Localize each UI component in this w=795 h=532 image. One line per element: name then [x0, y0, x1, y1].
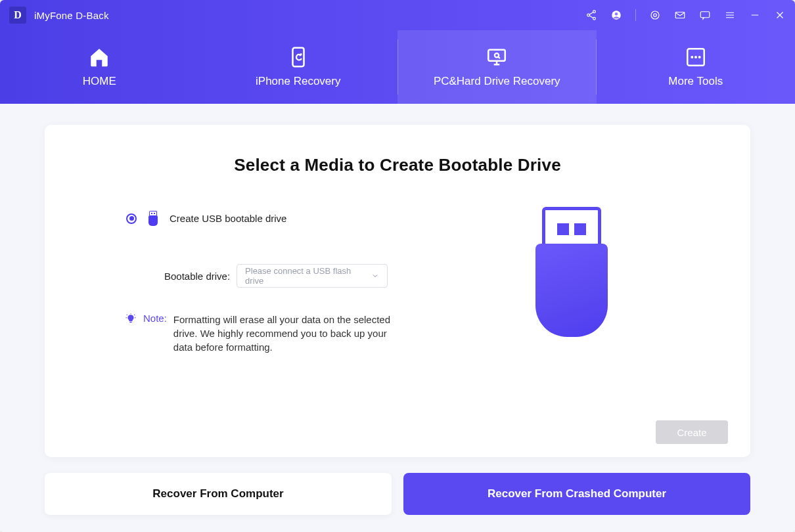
create-button[interactable]: Create [656, 420, 728, 444]
illustration-column [434, 211, 708, 444]
app-logo: D [9, 7, 26, 24]
svg-rect-9 [292, 48, 304, 66]
option-label: Create USB bootable drive [170, 213, 286, 224]
svg-rect-7 [675, 12, 685, 18]
feedback-icon[interactable] [699, 9, 711, 21]
separator [635, 9, 636, 21]
app-window: D iMyFone D-Back [0, 0, 795, 532]
title-bar-actions [585, 9, 786, 21]
phone-refresh-icon [287, 46, 309, 68]
svg-point-14 [694, 56, 697, 58]
bottom-actions: Recover From Computer Recover From Crash… [45, 473, 750, 515]
note-text: Formatting will erase all your data on t… [173, 313, 403, 354]
usb-drive-illustration [535, 207, 608, 337]
options-column: Create USB bootable drive Bootable drive… [87, 211, 434, 444]
usb-mini-icon [147, 211, 159, 226]
svg-rect-8 [700, 12, 710, 18]
note-row: Note: Formatting will erase all your dat… [125, 313, 421, 354]
svg-point-11 [495, 53, 499, 57]
bootable-drive-field: Bootable drive: Please connect a USB fla… [164, 264, 421, 288]
menu-icon[interactable] [724, 9, 736, 21]
svg-point-15 [698, 56, 700, 58]
nav-pc-recovery[interactable]: PC&Hard Drive Recovery [398, 30, 597, 104]
nav-label: iPhone Recovery [256, 75, 340, 88]
share-icon[interactable] [585, 9, 597, 21]
svg-rect-16 [129, 322, 132, 323]
nav-iphone-recovery[interactable]: iPhone Recovery [199, 30, 398, 104]
select-placeholder: Please connect a USB flash drive [245, 266, 371, 286]
nav-label: PC&Hard Drive Recovery [434, 75, 560, 88]
title-bar: D iMyFone D-Back [0, 0, 795, 30]
page-body: Select a Media to Create Bootable Drive … [0, 104, 795, 532]
svg-point-6 [654, 14, 657, 17]
svg-point-13 [691, 56, 693, 58]
app-title: iMyFone D-Back [34, 10, 109, 21]
monitor-search-icon [486, 46, 508, 68]
recover-from-crashed-computer-button[interactable]: Recover From Crashed Computer [403, 473, 750, 515]
lightbulb-icon [125, 313, 137, 325]
settings-icon[interactable] [649, 9, 661, 21]
nav-label: HOME [83, 75, 116, 88]
main-nav: HOME iPhone Recovery PC&Hard Drive Recov… [0, 30, 795, 104]
bootable-drive-card: Select a Media to Create Bootable Drive … [45, 125, 750, 457]
radio-selected-icon [126, 213, 137, 224]
chevron-down-icon [371, 272, 379, 280]
svg-point-5 [651, 11, 659, 19]
nav-home[interactable]: HOME [0, 30, 199, 104]
field-label: Bootable drive: [164, 271, 230, 282]
card-content: Create USB bootable drive Bootable drive… [87, 211, 708, 444]
nav-more-tools[interactable]: More Tools [597, 30, 796, 104]
page-heading: Select a Media to Create Bootable Drive [87, 155, 708, 175]
mail-icon[interactable] [674, 9, 686, 21]
note-label: Note: [143, 313, 167, 324]
nav-label: More Tools [668, 75, 723, 88]
home-icon [88, 46, 110, 68]
svg-rect-10 [489, 50, 506, 61]
svg-point-4 [615, 12, 618, 16]
recover-from-computer-button[interactable]: Recover From Computer [45, 473, 392, 515]
minimize-icon[interactable] [749, 9, 761, 21]
more-icon [685, 46, 707, 68]
bootable-drive-select[interactable]: Please connect a USB flash drive [237, 264, 388, 288]
close-icon[interactable] [774, 9, 786, 21]
account-icon[interactable] [610, 9, 622, 21]
option-usb-bootable[interactable]: Create USB bootable drive [126, 211, 421, 226]
